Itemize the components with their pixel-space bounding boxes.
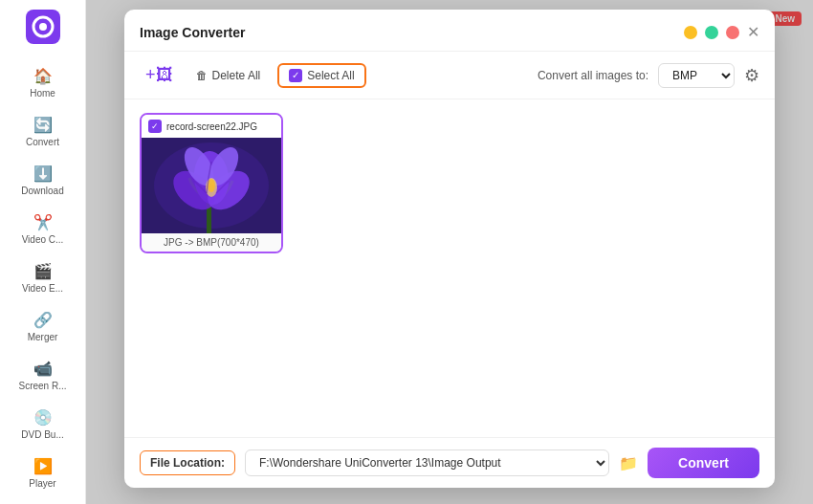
format-select[interactable]: BMP JPG PNG GIF TIFF WEBP	[658, 63, 735, 88]
dialog-titlebar: Image Converter ✕	[124, 10, 775, 52]
sidebar-label-video-c: Video C...	[22, 234, 64, 245]
sidebar-item-download[interactable]: ⬇️ Download	[14, 157, 70, 204]
select-all-button[interactable]: ✓ Select All	[277, 63, 365, 88]
card-conversion-info: JPG -> BMP(700*470)	[164, 237, 259, 248]
screen-record-icon: 📹	[33, 360, 53, 378]
sidebar-item-toolbox[interactable]: 🧰 Toolbox	[14, 498, 70, 504]
file-location-label: File Location:	[140, 450, 235, 475]
player-icon: ▶️	[33, 457, 53, 475]
file-path-select[interactable]: F:\Wondershare UniConverter 13\Image Out…	[245, 449, 609, 476]
sidebar-label-video-e: Video E...	[22, 283, 63, 294]
select-all-label: Select All	[307, 69, 354, 82]
minimize-button[interactable]	[684, 26, 697, 39]
app-logo	[26, 10, 60, 44]
sidebar-label-home: Home	[30, 88, 55, 99]
settings-button[interactable]: ⚙	[744, 65, 759, 86]
dvd-burn-icon: 💿	[33, 408, 53, 427]
dialog-close-button[interactable]: ✕	[747, 23, 759, 41]
image-card-header: ✓ record-screen22.JPG	[142, 115, 281, 138]
sidebar-label-screen-r: Screen R...	[18, 381, 66, 391]
sidebar-item-home[interactable]: 🏠 Home	[14, 59, 70, 106]
convert-button[interactable]: Convert	[648, 448, 759, 478]
window-controls	[684, 26, 739, 39]
card-filename: record-screen22.JPG	[166, 121, 257, 132]
sidebar-label-convert: Convert	[26, 137, 59, 147]
convert-icon: 🔄	[33, 116, 53, 134]
toolbar-right: Convert all images to: BMP JPG PNG GIF T…	[538, 63, 759, 88]
video-edit-icon: 🎬	[33, 262, 53, 280]
delete-icon: 🗑	[196, 69, 208, 82]
sidebar-label-player: Player	[29, 478, 55, 489]
sidebar-item-player[interactable]: ▶️ Player	[14, 449, 70, 496]
dialog-body: ✓ record-screen22.JPG	[124, 99, 775, 437]
image-thumbnail	[142, 138, 281, 233]
image-converter-dialog: Image Converter ✕ +🖼 🗑 Delete	[124, 10, 775, 488]
delete-all-label: Delete All	[212, 69, 261, 82]
sidebar-item-video-edit[interactable]: 🎬 Video E...	[14, 254, 70, 301]
browse-folder-button[interactable]: 📁	[619, 454, 638, 472]
sidebar-item-screen-record[interactable]: 📹 Screen R...	[14, 352, 70, 399]
delete-all-button[interactable]: 🗑 Delete All	[190, 65, 267, 86]
card-checkbox[interactable]: ✓	[148, 120, 162, 133]
sidebar-label-download: Download	[21, 186, 63, 196]
maximize-button[interactable]	[705, 26, 718, 39]
merger-icon: 🔗	[33, 311, 53, 329]
sidebar-item-dvd-burn[interactable]: 💿 DVD Bu...	[14, 401, 70, 448]
image-card-0[interactable]: ✓ record-screen22.JPG	[140, 113, 283, 253]
video-compress-icon: ✂️	[33, 213, 53, 231]
sidebar-item-convert[interactable]: 🔄 Convert	[14, 108, 70, 155]
main-content: New Image Converter ✕ +🖼	[86, 0, 813, 504]
add-files-button[interactable]: +🖼	[140, 61, 179, 89]
add-files-icon: +🖼	[145, 65, 173, 85]
image-card-footer: JPG -> BMP(700*470)	[142, 233, 281, 252]
dialog-overlay: Image Converter ✕ +🖼 🗑 Delete	[86, 0, 813, 504]
dialog-toolbar: +🖼 🗑 Delete All ✓ Select All Convert all…	[124, 52, 775, 99]
sidebar-item-merger[interactable]: 🔗 Merger	[14, 303, 70, 350]
select-all-check-icon: ✓	[289, 69, 302, 82]
close-button-dot[interactable]	[726, 26, 739, 39]
download-icon: ⬇️	[33, 164, 53, 183]
sidebar-items: 🏠 Home 🔄 Convert ⬇️ Download ✂️ Video C.…	[14, 59, 70, 504]
app-container: 🏠 Home 🔄 Convert ⬇️ Download ✂️ Video C.…	[0, 0, 813, 504]
dialog-title: Image Converter	[140, 25, 684, 40]
dialog-footer: File Location: F:\Wondershare UniConvert…	[124, 437, 775, 488]
convert-all-label: Convert all images to:	[538, 69, 648, 82]
sidebar-label-dvd: DVD Bu...	[21, 429, 63, 440]
sidebar-item-video-compress[interactable]: ✂️ Video C...	[14, 206, 70, 252]
sidebar-label-merger: Merger	[28, 332, 58, 342]
home-icon: 🏠	[33, 67, 53, 85]
svg-point-2	[39, 23, 47, 31]
sidebar: 🏠 Home 🔄 Convert ⬇️ Download ✂️ Video C.…	[0, 0, 86, 504]
